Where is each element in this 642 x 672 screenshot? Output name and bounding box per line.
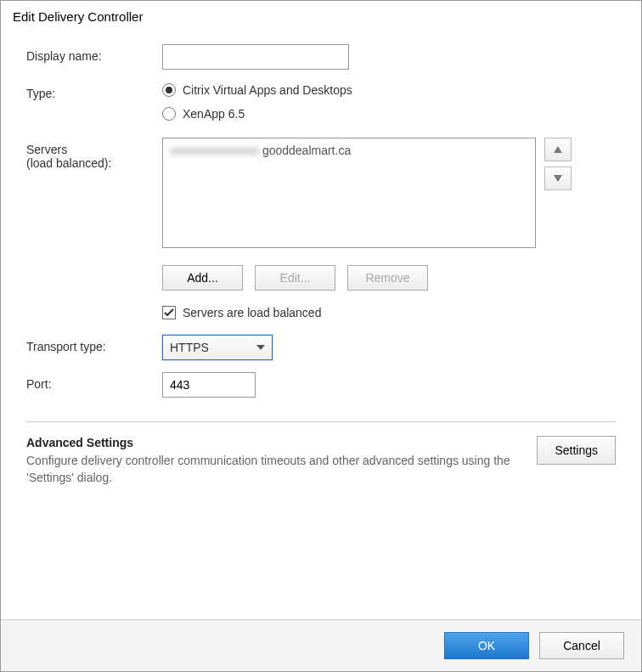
- separator: [26, 421, 616, 422]
- svg-marker-0: [554, 146, 562, 153]
- chevron-down-icon: [554, 175, 562, 182]
- dialog-footer: OK Cancel: [1, 619, 641, 671]
- radio-unchecked-icon: [162, 107, 176, 121]
- transport-type-label: Transport type:: [26, 335, 162, 353]
- type-radio-cvad[interactable]: Citrix Virtual Apps and Desktops: [162, 82, 616, 99]
- port-input[interactable]: [162, 372, 256, 398]
- server-obscured-prefix: xxxxxxxxxxxxxxx: [170, 144, 259, 157]
- radio-checked-icon: [162, 83, 176, 97]
- transport-type-value: HTTPS: [170, 341, 209, 354]
- type-xenapp-label: XenApp 6.5: [183, 107, 245, 121]
- add-server-button[interactable]: Add...: [162, 265, 243, 291]
- remove-server-button[interactable]: Remove: [347, 265, 428, 291]
- checkbox-checked-icon: [162, 306, 176, 319]
- type-label: Type:: [26, 82, 162, 100]
- advanced-settings-description: Configure delivery controller communicat…: [26, 453, 520, 486]
- servers-label: Servers (load balanced):: [26, 138, 162, 170]
- cancel-button[interactable]: Cancel: [539, 632, 624, 659]
- servers-listbox[interactable]: xxxxxxxxxxxxxxx gooddealmart.ca: [162, 138, 536, 248]
- dialog-content: Display name: Type: Citrix Virtual Apps …: [1, 27, 641, 619]
- display-name-label: Display name:: [26, 44, 162, 63]
- server-item[interactable]: xxxxxxxxxxxxxxx gooddealmart.ca: [170, 142, 528, 159]
- edit-server-button[interactable]: Edit...: [255, 265, 335, 291]
- type-radio-xenapp[interactable]: XenApp 6.5: [162, 105, 616, 122]
- chevron-down-icon: [256, 345, 265, 350]
- move-up-button[interactable]: [544, 138, 572, 161]
- load-balanced-label: Servers are load balanced: [183, 306, 321, 319]
- svg-marker-1: [554, 175, 562, 182]
- port-label: Port:: [26, 372, 162, 391]
- advanced-settings-heading: Advanced Settings: [26, 436, 520, 449]
- load-balanced-checkbox[interactable]: Servers are load balanced: [162, 306, 616, 319]
- transport-type-select[interactable]: HTTPS: [162, 335, 273, 360]
- display-name-input[interactable]: [162, 44, 349, 70]
- chevron-up-icon: [554, 146, 562, 153]
- move-down-button[interactable]: [544, 167, 572, 190]
- server-suffix: gooddealmart.ca: [262, 144, 351, 157]
- dialog-title: Edit Delivery Controller: [1, 1, 641, 27]
- ok-button[interactable]: OK: [444, 632, 529, 659]
- settings-button[interactable]: Settings: [537, 436, 616, 465]
- svg-marker-2: [256, 345, 265, 350]
- type-cvad-label: Citrix Virtual Apps and Desktops: [183, 83, 352, 97]
